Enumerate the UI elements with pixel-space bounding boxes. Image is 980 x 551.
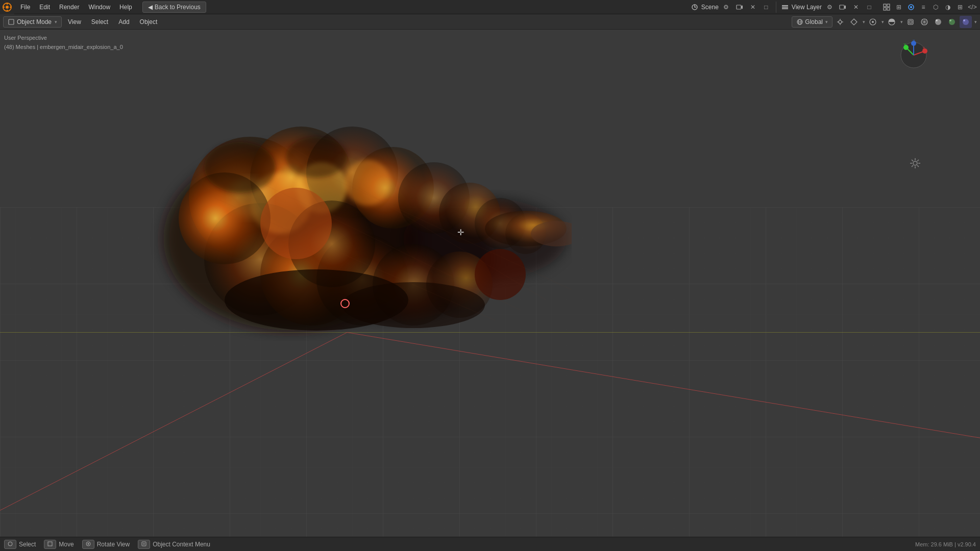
snap-dropdown-icon: ▾ [863,19,865,24]
scene-icon [690,3,699,12]
header-view[interactable]: View [64,17,85,27]
svg-rect-12 [840,5,844,9]
global-dropdown-icon: ▾ [825,19,828,24]
header-right-tools: Global ▾ ▾ ▾ ▾ [792,16,977,28]
svg-rect-15 [887,4,890,7]
material-shading-button[interactable] [946,16,958,28]
mode-dropdown-icon: ▾ [55,19,57,24]
outliner-icon[interactable]: ≡ [918,2,929,13]
node-editor-icon[interactable]: ⬡ [930,2,941,13]
view-layer-close-icon[interactable]: ✕ [850,2,862,13]
svg-rect-9 [782,5,788,6]
view-layer-maximize-icon[interactable]: □ [864,2,875,13]
overlays-button[interactable] [886,16,898,28]
scripting-icon[interactable]: </> [967,2,978,13]
topbar-menu: File Edit Render Window Help [14,2,138,12]
move-label: Move [59,541,74,548]
context-key-icon [138,540,150,549]
uv-icon[interactable]: ⊞ [954,2,966,13]
svg-point-36 [936,19,938,21]
header-object[interactable]: Object [136,17,162,27]
wire-shading-button[interactable] [918,16,930,28]
svg-point-19 [910,6,912,8]
svg-point-90 [260,188,332,259]
svg-point-99 [8,542,12,546]
svg-rect-33 [909,20,912,23]
explosion-display [138,96,572,341]
rotate-label: Rotate View [97,541,130,548]
viewport[interactable]: User Perspective (48) Meshes | embergen_… [0,30,980,537]
svg-rect-11 [782,8,788,9]
render-icon[interactable] [905,2,917,13]
object-mode-button[interactable]: Object Mode ▾ [3,16,62,28]
header-add[interactable]: Add [114,17,133,27]
svg-text:Z: Z [913,40,915,43]
rotate-key-icon [82,540,94,549]
scene-settings-icon[interactable]: ⚙ [721,2,732,13]
svg-point-86 [345,160,390,206]
svg-point-56 [913,161,917,165]
topbar-edit[interactable]: Edit [35,2,54,12]
prop-dropdown-icon: ▾ [881,19,884,24]
topbar-file[interactable]: File [16,2,34,12]
view-layer-camera-icon[interactable] [837,2,848,13]
svg-rect-16 [884,8,886,10]
overlays-dropdown-icon: ▾ [900,19,903,24]
svg-rect-100 [48,542,52,546]
solid-shading-button[interactable] [932,16,944,28]
svg-point-24 [839,20,842,23]
svg-rect-103 [142,542,146,546]
svg-point-92 [286,137,347,178]
move-key-icon [44,540,56,549]
svg-line-61 [912,160,913,161]
svg-rect-10 [782,7,788,8]
memory-info: Mem: 29.6 MiB | v2.90.4 [915,541,976,547]
back-to-previous-button[interactable]: ◀ Back to Previous [142,2,206,13]
topbar-window[interactable]: Window [84,2,114,12]
xray-button[interactable] [904,16,917,28]
properties-icon[interactable]: ⊞ [893,2,904,13]
svg-rect-17 [887,8,890,10]
pivot-button[interactable] [834,16,846,28]
snap-button[interactable] [848,16,860,28]
svg-point-1 [6,6,9,9]
svg-rect-20 [9,19,14,24]
header-toolbar: Object Mode ▾ View Select Add Object Glo… [0,14,980,30]
svg-rect-7 [737,5,741,9]
rendered-shading-button[interactable] [960,16,972,28]
topbar: File Edit Render Window Help ◀ Back to P… [0,0,980,14]
status-select: Select [4,540,36,549]
statusbar: Select Move Rotate View Object Context M… [0,537,980,551]
global-transform-button[interactable]: Global ▾ [792,16,832,28]
status-context: Object Context Menu [138,540,210,549]
shading-icon[interactable]: ◑ [942,2,953,13]
svg-point-30 [872,21,874,23]
scene-close-icon[interactable]: ✕ [747,2,758,13]
global-label: Global [805,18,823,26]
svg-line-63 [917,160,919,161]
view-layer-settings-icon[interactable]: ⚙ [824,2,835,13]
select-key-icon [4,540,16,549]
viewport-info: User Perspective (48) Meshes | embergen_… [4,34,123,52]
scene-camera-icon[interactable] [734,2,745,13]
svg-line-62 [917,165,919,167]
svg-point-91 [204,142,276,193]
context-label: Object Context Menu [153,541,210,548]
topbar-help[interactable]: Help [115,2,136,12]
layout-icon[interactable] [881,2,892,13]
shading-dropdown-icon: ▾ [974,19,977,24]
blender-logo[interactable] [0,0,14,14]
scene-maximize-icon[interactable]: □ [761,2,772,13]
proportional-edit-button[interactable] [867,16,879,28]
axis-indicator: X Y Z [898,40,929,70]
svg-point-38 [949,19,951,21]
topbar-render[interactable]: Render [55,2,83,12]
back-icon: ◀ [148,4,153,11]
svg-point-102 [87,543,89,544]
view-layer-section: View Layer ⚙ ✕ □ [776,2,879,13]
scene-section: Scene ⚙ ✕ □ [686,2,776,13]
header-select[interactable]: Select [87,17,112,27]
svg-rect-14 [884,4,886,7]
select-label: Select [19,541,36,548]
view-layer-icon [780,3,790,12]
